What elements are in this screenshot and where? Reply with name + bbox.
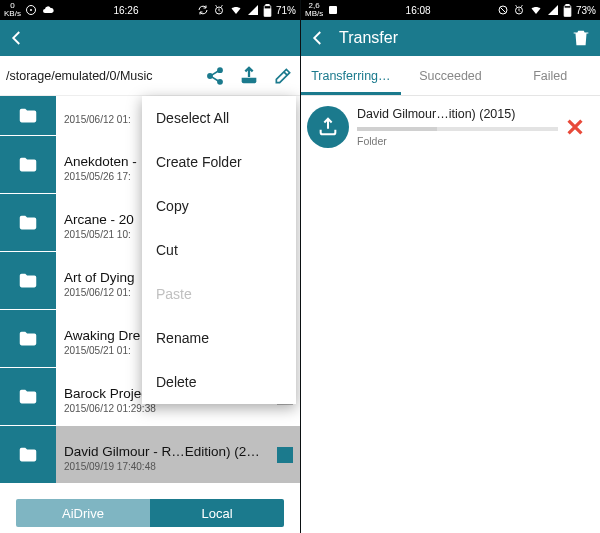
list-item[interactable]: David Gilmour - R…Edition) (2015)2015/09…	[0, 426, 300, 484]
toggle-local[interactable]: Local	[150, 499, 284, 527]
menu-rename[interactable]: Rename	[142, 316, 296, 360]
battery-icon	[263, 4, 272, 17]
tabs: Transferring… Succeeded Failed	[301, 56, 600, 96]
svg-rect-5	[264, 8, 271, 15]
tab-succeeded[interactable]: Succeeded	[401, 56, 501, 95]
menu-deselect-all[interactable]: Deselect All	[142, 96, 296, 140]
share-icon	[205, 66, 225, 86]
menu-create-folder[interactable]: Create Folder	[142, 140, 296, 184]
signal-icon	[547, 4, 559, 16]
sync-icon	[197, 4, 209, 16]
app-icon	[327, 4, 339, 16]
statusbar: 2,6 MB/s 16:08 73%	[301, 0, 600, 20]
svg-rect-13	[566, 4, 569, 6]
trash-icon[interactable]	[570, 27, 592, 49]
svg-rect-9	[329, 6, 337, 14]
net-speed: 0 KB/s	[4, 2, 21, 18]
folder-icon	[15, 328, 41, 350]
edit-button[interactable]	[266, 66, 300, 86]
path-row: /storage/emulated/0/Music	[0, 56, 300, 96]
battery-icon	[563, 4, 572, 17]
menu-delete[interactable]: Delete	[142, 360, 296, 404]
cloud-icon	[41, 4, 55, 16]
transfer-kind: Folder	[357, 135, 558, 147]
tab-transferring[interactable]: Transferring…	[301, 56, 401, 95]
share-button[interactable]	[198, 66, 232, 86]
folder-icon	[15, 444, 41, 466]
back-icon[interactable]	[8, 29, 26, 47]
phone-left: 0 KB/s 16:26 71% /storage/emulated/0/M	[0, 0, 300, 533]
cancel-transfer-button[interactable]	[558, 116, 592, 138]
upload-icon	[238, 65, 260, 87]
edit-icon	[273, 66, 293, 86]
alarm-icon	[513, 4, 525, 16]
folder-icon	[15, 386, 41, 408]
appbar	[0, 20, 300, 56]
svg-point-1	[30, 9, 32, 11]
wifi-icon	[529, 4, 543, 16]
transfer-name: David Gilmour…ition) (2015)	[357, 107, 558, 121]
menu-copy[interactable]: Copy	[142, 184, 296, 228]
upload-badge-icon	[307, 106, 349, 148]
appbar: Transfer	[301, 20, 600, 56]
page-title: Transfer	[339, 29, 398, 47]
folder-icon	[15, 270, 41, 292]
checkbox[interactable]	[270, 447, 300, 463]
battery-pct: 73%	[576, 5, 596, 16]
phone-right: 2,6 MB/s 16:08 73% Transfer Transferr	[300, 0, 600, 533]
tab-failed[interactable]: Failed	[500, 56, 600, 95]
dnd-icon	[497, 4, 509, 16]
toggle-aidrive[interactable]: AiDrive	[16, 499, 150, 527]
back-icon[interactable]	[309, 29, 327, 47]
transfer-item: David Gilmour…ition) (2015) Folder	[301, 96, 600, 158]
folder-icon	[15, 154, 41, 176]
statusbar: 0 KB/s 16:26 71%	[0, 0, 300, 20]
folder-icon	[15, 105, 41, 127]
svg-rect-4	[266, 4, 269, 6]
folder-icon	[15, 212, 41, 234]
signal-icon	[247, 4, 259, 16]
status-time: 16:26	[113, 5, 138, 16]
battery-pct: 71%	[276, 5, 296, 16]
path-text: /storage/emulated/0/Music	[0, 69, 198, 83]
context-menu: Deselect All Create Folder Copy Cut Past…	[142, 96, 296, 404]
wifi-icon	[229, 4, 243, 16]
net-speed: 2,6 MB/s	[305, 2, 323, 18]
menu-paste: Paste	[142, 272, 296, 316]
status-time: 16:08	[406, 5, 431, 16]
progress-bar	[357, 127, 558, 131]
alarm-icon	[213, 4, 225, 16]
menu-cut[interactable]: Cut	[142, 228, 296, 272]
svg-rect-14	[564, 8, 571, 16]
upload-button[interactable]	[232, 65, 266, 87]
album-icon	[25, 4, 37, 16]
storage-toggle: AiDrive Local	[16, 499, 284, 527]
close-icon	[564, 116, 586, 138]
